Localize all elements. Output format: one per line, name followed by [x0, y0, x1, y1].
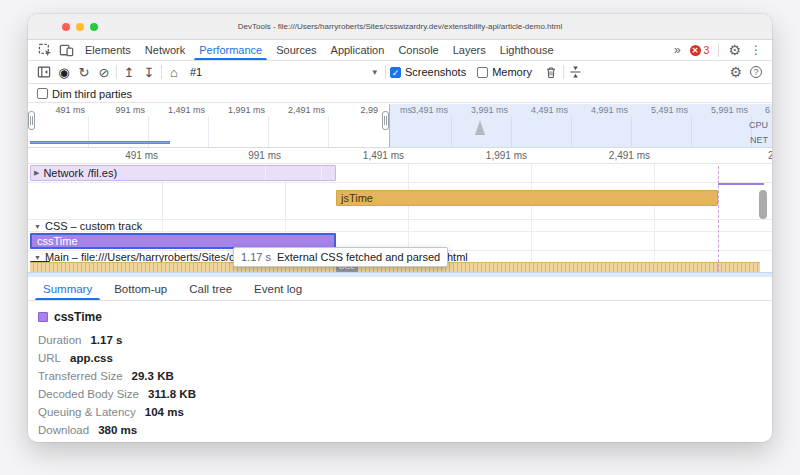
disclosure-open-icon: ▼: [34, 223, 41, 230]
summary-row: Decoded Body Size311.8 KB: [38, 385, 772, 403]
jstime-label: jsTime: [341, 192, 373, 204]
record-button[interactable]: ◉: [56, 64, 72, 80]
collapse-arrows-icon[interactable]: [568, 64, 584, 80]
detail-tab-call-tree[interactable]: Call tree: [178, 277, 243, 300]
net-label: NET: [750, 135, 768, 145]
toggle-sidebar-icon[interactable]: [36, 64, 52, 80]
summary-row-value: 380 ms: [98, 424, 137, 436]
summary-row-value: 311.8 KB: [148, 388, 196, 400]
jstime-entry-bar[interactable]: jsTime: [336, 190, 718, 206]
record-and-reload-button[interactable]: ↻: [76, 64, 92, 80]
error-icon: ✕: [690, 45, 701, 56]
summary-title: cssTime: [54, 310, 102, 324]
ruler-tick-label: 1,991 ms: [447, 150, 527, 161]
detail-tab-summary[interactable]: Summary: [32, 277, 103, 300]
css-track-label: CSS – custom track: [45, 220, 142, 232]
device-toolbar-icon[interactable]: [57, 41, 75, 59]
tab-console[interactable]: Console: [391, 40, 445, 60]
cpu-activity-bump: [473, 120, 487, 135]
tab-lighthouse[interactable]: Lighthouse: [493, 40, 561, 60]
detail-tab-event-log[interactable]: Event log: [243, 277, 313, 300]
csstime-label: cssTime: [37, 235, 78, 247]
devtools-window: DevTools - file:///Users/harryroberts/Si…: [28, 14, 772, 442]
screenshots-label: Screenshots: [405, 66, 466, 78]
summary-row-value: 1.17 s: [90, 334, 122, 346]
separator: [116, 65, 117, 79]
close-button[interactable]: [62, 23, 70, 31]
ruler-tick-label: 491 ms: [78, 150, 158, 161]
more-options-icon[interactable]: ⋮: [750, 43, 762, 57]
overview-tick-label: 991 ms: [76, 105, 145, 115]
titlebar: DevTools - file:///Users/harryroberts/Si…: [28, 14, 772, 40]
entry-tooltip: 1.17 s External CSS fetched and parsed: [233, 247, 448, 267]
window-controls: [62, 23, 98, 31]
summary-panel: cssTime Duration1.17 sURLapp.cssTransfer…: [28, 301, 772, 442]
tabbar-right: » ✕ 3 ⚙ ⋮: [674, 43, 764, 57]
panel-tabs: ElementsNetworkPerformanceSourcesApplica…: [78, 40, 561, 60]
collect-garbage-icon[interactable]: [543, 64, 559, 80]
dcl-marker-line: [718, 166, 719, 272]
screenshots-checkbox[interactable]: ✓ Screenshots: [390, 66, 473, 78]
track-gridline: [531, 164, 532, 272]
summary-row: Queuing & Latency104 ms: [38, 403, 772, 421]
save-profile-icon[interactable]: ↧: [141, 64, 157, 80]
overview-tick-label: 1,991 ms: [196, 105, 265, 115]
tab-layers[interactable]: Layers: [446, 40, 493, 60]
window-title: DevTools - file:///Users/harryroberts/Si…: [238, 22, 562, 31]
network-overview-bar: [30, 141, 170, 144]
dim-third-parties-checkbox[interactable]: Dim third parties: [37, 88, 139, 100]
checkbox-checked-icon: ✓: [390, 67, 401, 78]
error-badge[interactable]: ✕ 3: [690, 44, 710, 56]
clear-button[interactable]: ⊘: [96, 64, 112, 80]
network-track-label: Network: [43, 167, 83, 179]
summary-row-value: 104 ms: [145, 406, 184, 418]
ruler-tick-label: 2,491 ms: [570, 150, 650, 161]
summary-row-value: 29.3 KB: [132, 370, 174, 382]
overview-tick-label: 2,99: [309, 105, 378, 115]
tab-performance[interactable]: Performance: [192, 40, 269, 60]
load-profile-icon[interactable]: ↥: [121, 64, 137, 80]
history-dropdown[interactable]: #1 ▾: [186, 64, 381, 81]
tab-elements[interactable]: Elements: [78, 40, 138, 60]
summary-row: Transferred Size29.3 KB: [38, 367, 772, 385]
timeline-overview[interactable]: 491 ms991 ms1,491 ms1,991 ms2,491 ms2,99…: [28, 104, 772, 148]
error-count: 3: [704, 44, 710, 56]
summary-row-value: app.css: [70, 352, 113, 364]
performance-toolbar: ◉ ↻ ⊘ ↥ ↧ ⌂ #1 ▾ ✓ Screenshots Memory ⚙ …: [28, 61, 772, 84]
summary-legend: cssTime: [38, 310, 772, 324]
tab-sources[interactable]: Sources: [269, 40, 323, 60]
overview-curtain[interactable]: CPU NET: [389, 104, 772, 147]
inspect-element-icon[interactable]: [36, 41, 54, 59]
capture-settings-gear-icon[interactable]: ⚙: [729, 65, 742, 79]
settings-gear-icon[interactable]: ⚙: [728, 43, 741, 57]
checkbox-unchecked-icon: [477, 67, 488, 78]
network-track-header[interactable]: ▶ Network /fil.es): [34, 167, 117, 179]
summary-row: Download380 ms: [38, 421, 772, 439]
live-metrics-home-icon[interactable]: ⌂: [166, 64, 182, 80]
tab-network[interactable]: Network: [138, 40, 192, 60]
overview-tick-label: 1,491 ms: [136, 105, 205, 115]
summary-row-label: Queuing & Latency: [38, 406, 136, 418]
summary-rows: Duration1.17 sURLapp.cssTransferred Size…: [38, 331, 772, 439]
tab-application[interactable]: Application: [324, 40, 392, 60]
ruler-tick-label: 2: [768, 150, 772, 161]
window-right-handle[interactable]: [382, 111, 389, 130]
timeline-ruler[interactable]: 491 ms991 ms1,491 ms1,991 ms2,491 ms2: [28, 148, 772, 164]
disclosure-closed-icon: ▶: [34, 169, 39, 177]
separator: [161, 65, 162, 79]
memory-checkbox[interactable]: Memory: [477, 66, 539, 78]
css-track-header[interactable]: ▼ CSS – custom track: [34, 220, 142, 232]
disclosure-open-icon: ▼: [34, 254, 41, 261]
more-tabs-icon[interactable]: »: [674, 43, 681, 57]
network-request-text: /fil.es): [88, 167, 117, 179]
window-left-handle[interactable]: [28, 111, 35, 130]
separator: [385, 65, 386, 79]
network-request-tail-bar: [718, 183, 764, 185]
help-icon[interactable]: ?: [750, 66, 762, 78]
detail-tab-bottom-up[interactable]: Bottom-up: [103, 277, 178, 300]
vertical-scrollbar[interactable]: [759, 190, 767, 219]
minimize-button[interactable]: [76, 23, 84, 31]
cpu-label: CPU: [749, 120, 768, 130]
zoom-button[interactable]: [90, 23, 98, 31]
memory-label: Memory: [492, 66, 532, 78]
